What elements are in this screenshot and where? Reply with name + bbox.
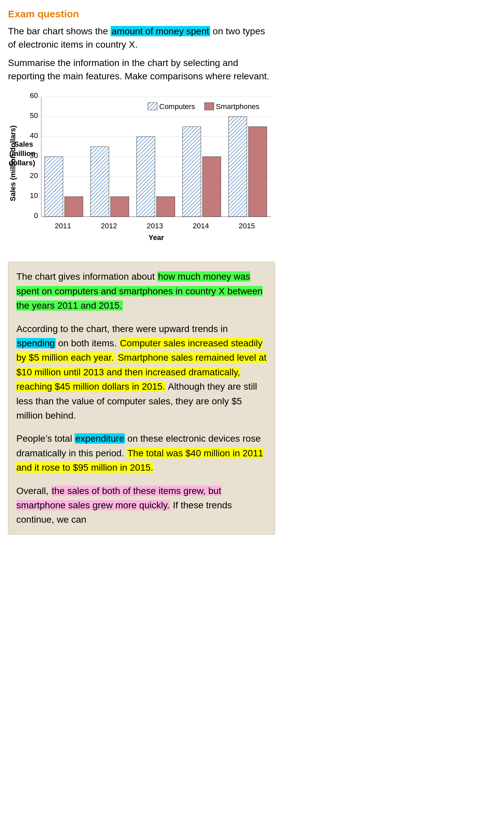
y-label-sales: Sales — [14, 140, 33, 148]
x-label-2015: 2015 — [239, 222, 255, 230]
bar-smartphones-2014 — [203, 157, 221, 217]
legend-computers-swatch — [148, 103, 157, 110]
bar-computers-2013 — [137, 137, 155, 217]
answer-para-2: According to the chart, there were upwar… — [16, 322, 267, 423]
bar-computers-2015 — [229, 117, 247, 217]
y-tick-20: 20 — [30, 171, 38, 180]
answer-para-1: The chart gives information about how mu… — [16, 269, 267, 313]
y-label-million: (million — [9, 149, 35, 158]
bar-smartphones-2012 — [111, 197, 129, 217]
legend-smartphones-swatch — [205, 103, 214, 110]
y-tick-60: 60 — [30, 91, 38, 100]
chart-container: 0 10 20 30 40 50 60 Sales (million dolla… — [8, 90, 278, 254]
bar-computers-2012 — [91, 147, 109, 217]
intro-text-before: The bar chart shows the — [8, 26, 108, 36]
bar-computers-2011 — [45, 157, 63, 217]
bar-computers-2014 — [183, 127, 201, 217]
y-tick-10: 10 — [30, 191, 38, 200]
bar-smartphones-2015 — [249, 127, 267, 217]
y-tick-40: 40 — [30, 131, 38, 140]
para3-before: People’s total — [16, 433, 75, 444]
x-axis-label: Year — [149, 233, 164, 242]
x-label-2011: 2011 — [55, 222, 71, 230]
x-label-2012: 2012 — [101, 222, 117, 230]
legend-smartphones-label: Smartphones — [216, 102, 259, 111]
bar-smartphones-2011 — [65, 197, 83, 217]
para4-before: Overall, — [16, 486, 51, 496]
x-label-2013: 2013 — [147, 222, 163, 230]
bar-smartphones-2013 — [157, 197, 175, 217]
y-tick-0: 0 — [34, 211, 38, 220]
para1-before: The chart gives information about — [16, 271, 157, 282]
summarise-paragraph: Summarise the information in the chart b… — [8, 56, 275, 83]
para2-after1: on both items. — [56, 338, 119, 348]
para3-h1: expenditure — [75, 433, 125, 444]
intro-paragraph: The bar chart shows the amount of money … — [8, 25, 275, 52]
para2-before: According to the chart, there were upwar… — [16, 324, 228, 334]
highlight-amount-spent: amount of money spent — [111, 26, 210, 36]
exam-question-section: Exam question The bar chart shows the am… — [8, 7, 275, 83]
answer-para-3: People’s total expenditure on these elec… — [16, 431, 267, 475]
bar-chart: 0 10 20 30 40 50 60 Sales (million dolla… — [8, 90, 278, 250]
y-tick-50: 50 — [30, 111, 38, 120]
exam-title: Exam question — [8, 7, 275, 21]
legend-computers-label: Computers — [159, 102, 195, 111]
answer-box: The chart gives information about how mu… — [8, 262, 275, 534]
para2-h1: spending — [16, 338, 56, 348]
y-label-dollars: dollars) — [9, 159, 35, 167]
answer-para-4: Overall, the sales of both of these item… — [16, 484, 267, 527]
x-label-2014: 2014 — [193, 222, 209, 230]
